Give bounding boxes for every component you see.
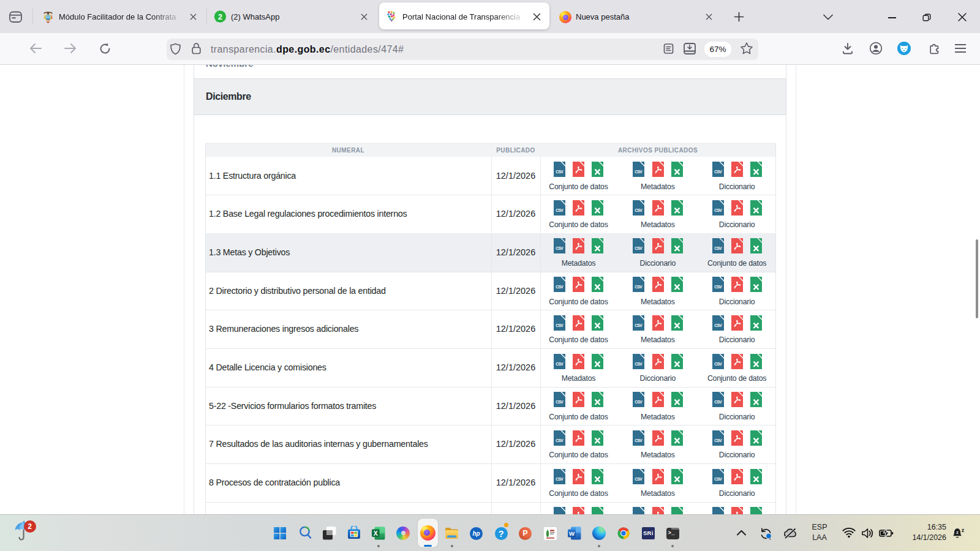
svg-text:z: z bbox=[956, 530, 959, 534]
svg-text:W: W bbox=[569, 530, 575, 536]
svg-text:z: z bbox=[962, 527, 965, 533]
svg-text:2: 2 bbox=[218, 13, 222, 21]
svg-text:X: X bbox=[374, 529, 378, 536]
